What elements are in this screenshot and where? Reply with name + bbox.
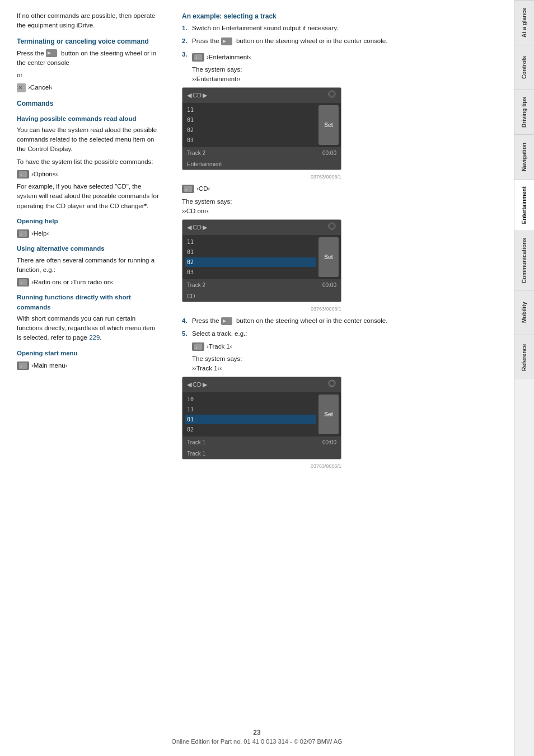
track-01b: 01 [185, 247, 316, 257]
step-content-1: Switch on Entertainment sound output if … [192, 24, 526, 33]
cancel-cmd: ›Cancel‹ [28, 83, 52, 92]
cd-screen-2: ◀ CD ▶ 11 01 02 03 Set [182, 219, 341, 302]
cancel-icon [17, 83, 26, 92]
cd-screen3-imgref: 03763/0006/1 [182, 463, 341, 471]
sidebar-tab-at-a-glance[interactable]: At a glance [514, 0, 534, 45]
cd-label-2: CD [193, 223, 202, 232]
cancel-cmd-row: ›Cancel‹ [17, 83, 160, 92]
track-02c: 02 [185, 425, 316, 434]
help-cmd-row: ♪ ›Help‹ [17, 229, 160, 238]
voice-input-icon-cd: ♪ [182, 185, 194, 193]
sidebar-tab-mobility[interactable]: Mobility [514, 290, 534, 335]
svg-point-19 [330, 382, 334, 385]
cd-set-btn-2[interactable]: Set [318, 237, 339, 277]
section-opening-help: Opening help [17, 217, 160, 226]
cd-screen3-footer: Track 1 00:00 [182, 436, 341, 448]
step3-cmd: ›Entertainment‹ [207, 53, 251, 62]
main-menu-cmd-row: ♪ ›Main menu‹ [17, 361, 160, 370]
step-5: 5. Select a track, e.g.: ♪ ›Track 1‹ The… [182, 329, 526, 373]
step-num-3: 3. [182, 50, 192, 84]
cd-speaker [327, 90, 336, 101]
track-02-highlighted: 02 [185, 257, 316, 267]
cd-set-btn-1[interactable]: Set [318, 105, 339, 145]
main-menu-cmd: ›Main menu‹ [31, 361, 68, 370]
cd-speaker-2 [327, 222, 336, 233]
track-11c: 11 [185, 405, 316, 414]
cd-set-btn-3[interactable]: Set [318, 395, 339, 434]
step-content-5: Select a track, e.g.: ♪ ›Track 1‹ The sy… [192, 329, 526, 373]
cd-cmd: ›CD‹ [196, 184, 210, 194]
step-num-4: 4. [182, 316, 192, 326]
using-alternative-para: There are often several commands for run… [17, 256, 160, 275]
sidebar-tab-navigation[interactable]: Navigation [514, 134, 534, 179]
voice-btn-icon-step2 [221, 37, 232, 45]
cd-track-label-3: Track 1 [187, 438, 205, 447]
section-commands: Commands [17, 98, 160, 109]
cd-system-says: The system says: [182, 197, 526, 206]
cd-time-2: 00:00 [322, 281, 336, 289]
step5-intro: Select a track, e.g.: [192, 330, 247, 337]
section-terminating: Terminating or canceling voice command [17, 36, 160, 46]
having-possible-para1: You can have the system read aloud the p… [17, 125, 160, 154]
track-02: 02 [185, 125, 316, 135]
cd-time-1: 00:00 [322, 149, 336, 157]
cd-screen1-footer: Track 2 00:00 [182, 147, 341, 159]
terminating-para1: Press the button on the steering wheel o… [17, 49, 160, 68]
cd-screen-3: ◀ CD ▶ 10 11 01 02 Set [182, 377, 341, 459]
cd-cmd-row: ♪ ›CD‹ [182, 184, 526, 194]
sidebar-tab-driving-tips[interactable]: Driving tips [514, 90, 534, 134]
svg-text:♪: ♪ [20, 172, 22, 176]
track-11: 11 [185, 105, 316, 115]
sidebar-tab-reference[interactable]: Reference [514, 335, 534, 379]
having-possible-example: For example, if you have selected "CD", … [17, 182, 160, 211]
sidebar-tab-controls[interactable]: Controls [514, 45, 534, 90]
radio-cmd-row: ♪ ›Radio on‹ or ›Turn radio on‹ [17, 278, 160, 287]
track-11b: 11 [185, 237, 316, 247]
cd-screen3-header: ◀ CD ▶ [182, 377, 341, 392]
page-number: 23 [0, 729, 514, 736]
footer-text: Online Edition for Part no. 01 41 0 013 … [0, 738, 514, 745]
track-03: 03 [185, 135, 316, 145]
voice-input-icon: ♪ [17, 170, 29, 179]
sidebar-tab-communications[interactable]: Communications [514, 231, 534, 290]
cd-screen2-bottom: CD [182, 291, 341, 302]
track-01: 01 [185, 115, 316, 125]
svg-text:♪: ♪ [20, 364, 22, 368]
options-cmd-row: ♪ ›Options‹ [17, 170, 160, 179]
options-cmd: ›Options‹ [31, 170, 58, 179]
cd-nav-arrows-2: ◀ CD ▶ [187, 223, 207, 232]
section-having-possible: Having possible commands read aloud [17, 114, 160, 124]
svg-text:♪: ♪ [185, 187, 188, 191]
step5-response: ››Track 1‹‹ [192, 364, 526, 373]
radio-cmd: ›Radio on‹ or ›Turn radio on‹ [31, 278, 113, 287]
step-content-2: Press the button on the steering wheel o… [192, 36, 526, 46]
step5-cmd: ›Track 1‹ [207, 342, 232, 351]
cd-label-3: CD [193, 380, 202, 389]
cd-nav-arrows: ◀ CD ▶ [187, 91, 207, 100]
step3-cmd-row: ♪ ›Entertainment‹ [192, 53, 526, 62]
sidebar-tab-entertainment[interactable]: Entertainment [514, 179, 534, 231]
cd-screen1-bottom: Entertainment [182, 159, 341, 170]
page-ref-link[interactable]: 229 [89, 334, 100, 341]
cd-time-3: 00:00 [322, 438, 336, 447]
step-1: 1. Switch on Entertainment sound output … [182, 24, 526, 33]
cd-screen3-body: 10 11 01 02 Set [182, 392, 341, 436]
cd-response: ››CD on‹‹ [182, 206, 526, 216]
svg-point-11 [330, 92, 334, 96]
help-cmd: ›Help‹ [31, 229, 49, 238]
svg-text:♪: ♪ [195, 345, 198, 349]
cd-screen-1: ◀ CD ▶ 11 01 02 03 Set [182, 87, 341, 170]
section-using-alternative: Using alternative commands [17, 244, 160, 253]
cd-track-label-2: Track 2 [187, 281, 205, 289]
cd-track-label-1: Track 2 [187, 149, 205, 157]
step-num-1: 1. [182, 24, 192, 33]
cd-screen1-header: ◀ CD ▶ [182, 88, 341, 103]
section-running-functions: Running functions directly with short co… [17, 293, 160, 312]
step3-response: ››Entertainment‹‹ [192, 74, 526, 84]
cd-screen2-header: ◀ CD ▶ [182, 220, 341, 235]
voice-input-icon-step3: ♪ [192, 53, 204, 62]
voice-input-icon-help: ♪ [17, 229, 29, 238]
sidebar: At a glance Controls Driving tips Naviga… [514, 0, 534, 756]
example-heading: An example: selecting a track [182, 11, 526, 21]
cd-screen3-tracks: 10 11 01 02 [185, 395, 316, 434]
